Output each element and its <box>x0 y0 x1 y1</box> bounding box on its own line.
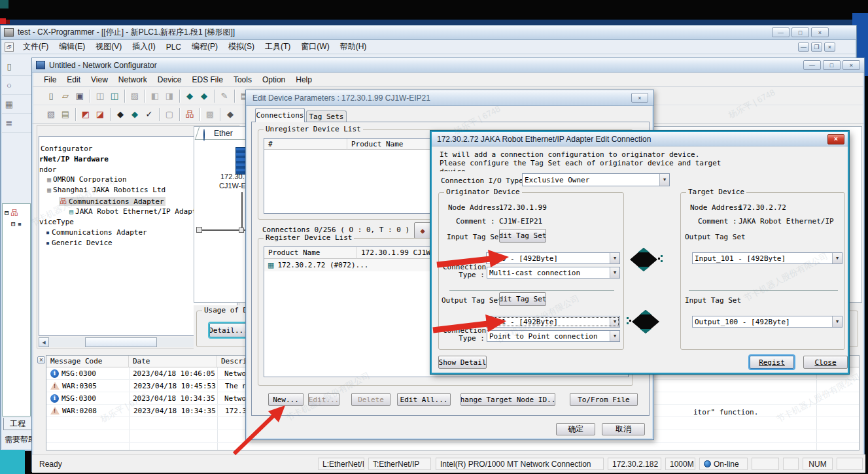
import-file-icon[interactable]: ◩ <box>78 107 93 122</box>
net-upload-icon[interactable]: ◆ <box>113 107 128 122</box>
chevron-down-icon[interactable]: ▼ <box>610 331 619 341</box>
log-panel-close-icon[interactable]: × <box>37 356 45 364</box>
cx-menu-2[interactable]: 视图(V) <box>90 39 127 54</box>
nc-close-button[interactable]: × <box>842 60 860 70</box>
cx-mdi-close-button[interactable]: × <box>824 42 835 52</box>
net-download-icon[interactable]: ◆ <box>128 107 142 122</box>
chevron-down-icon[interactable]: ▼ <box>659 174 669 186</box>
connection-io-type-select[interactable]: Exclusive Owner▼ <box>522 173 670 186</box>
chevron-down-icon[interactable]: ▼ <box>832 316 842 327</box>
nc-minimize-button[interactable]: — <box>803 60 821 70</box>
tab-tag-sets[interactable]: Tag Sets <box>306 110 347 122</box>
chevron-down-icon[interactable]: ▼ <box>610 267 619 278</box>
tree-item-4[interactable]: ▦Shanghai JAKA Robotics Ltd <box>47 186 165 194</box>
regist-button[interactable]: Regist <box>750 356 794 369</box>
edit-all-button[interactable]: Edit All... <box>397 393 451 406</box>
edit-tool-icon[interactable]: ✎ <box>217 89 232 103</box>
cx-menu-6[interactable]: 模拟(S) <box>223 39 260 54</box>
log-col-date[interactable]: Date <box>129 356 217 367</box>
verify-check-icon[interactable]: ✓ <box>142 107 156 122</box>
ok-button[interactable]: 确定 <box>556 423 595 435</box>
change-target-node-id-button[interactable]: Change Target Node ID... <box>460 393 555 406</box>
tree-item-3[interactable]: ▦OMRON Corporation <box>47 175 127 184</box>
cx-menu-3[interactable]: 插入(I) <box>127 39 160 54</box>
log-col-message-code[interactable]: Message Code <box>46 356 129 367</box>
cx-project-tab[interactable]: 工程 <box>3 418 32 430</box>
cx-project-tree-panel[interactable]: ⊟品 ⊟▪ <box>2 203 31 416</box>
tab-connections[interactable]: Connections <box>255 108 305 122</box>
plc-device-icon[interactable] <box>235 147 246 175</box>
save-file-icon[interactable]: ▣ <box>73 89 87 103</box>
tree-item-9[interactable]: ▪Generic Device <box>46 239 113 247</box>
network-upload-icon[interactable]: ◆ <box>182 89 197 103</box>
nc-menu-file[interactable]: File <box>39 73 61 86</box>
cx-maximize-button[interactable]: □ <box>791 27 809 37</box>
detail-button[interactable]: Detail... <box>209 323 247 337</box>
jaka-close-button[interactable]: × <box>827 134 844 144</box>
node-config-icon[interactable]: 品 <box>182 107 197 122</box>
reg-col-product-name[interactable]: Product Name <box>264 247 357 259</box>
orig-output-tag-set-select[interactable]: 0001 - [492Byte]▼ <box>486 316 620 328</box>
upload-to-device-icon[interactable]: ◫ <box>93 89 107 103</box>
cx-menu-1[interactable]: 编辑(E) <box>54 39 90 54</box>
edit-input-tag-sets-button[interactable]: Edit Tag Sets <box>499 229 546 243</box>
tree-item-0[interactable]: Configurator <box>41 144 92 153</box>
notepad-icon[interactable]: ▤ <box>58 107 73 122</box>
nc-menu-tools[interactable]: Tools <box>228 73 257 86</box>
orig-input-tag-set-select[interactable]: 0000 - [492Byte]▼ <box>486 252 620 264</box>
device-wizard-icon[interactable]: ▨ <box>128 89 142 103</box>
tree-item-1[interactable]: rNet/IP Hardware <box>39 155 109 163</box>
nc-menu-help[interactable]: Help <box>290 73 317 86</box>
cx-close-button[interactable]: × <box>811 27 829 37</box>
new-document-icon[interactable]: ▯ <box>2 59 16 73</box>
jaka-titlebar[interactable]: 172.30.2.72 JAKA Robot Ethernet/IP Adapt… <box>432 132 848 146</box>
indent-icon[interactable]: ≣ <box>2 116 16 130</box>
search-icon[interactable]: ○ <box>2 78 16 92</box>
cx-menu-8[interactable]: 窗口(W) <box>296 39 334 54</box>
cx-minimize-button[interactable]: — <box>772 27 790 37</box>
cx-titlebar[interactable]: test - CX-Programmer - [[停止] - 新PLC1.新程序… <box>1 25 856 40</box>
cx-menu-0[interactable]: 文件(F) <box>18 39 54 54</box>
target-output-tag-set-select[interactable]: Input_101 - [492Byte]▼ <box>692 252 842 264</box>
chevron-down-icon[interactable]: ▼ <box>610 316 619 327</box>
open-file-icon[interactable]: ▱ <box>58 89 73 103</box>
unreg-col-number[interactable]: # <box>264 139 347 150</box>
chevron-down-icon[interactable]: ▼ <box>832 253 842 263</box>
nc-titlebar[interactable]: Untitled - Network Configurator — □ × <box>32 58 864 73</box>
device-disconnect-icon[interactable]: ◫ <box>107 89 122 103</box>
nc-menu-eds-file[interactable]: EDS File <box>187 73 228 86</box>
export-file-icon[interactable]: ◪ <box>93 107 107 122</box>
show-detail-button[interactable]: Show Detail <box>438 356 487 369</box>
new-button[interactable]: New... <box>268 393 304 406</box>
tree-item-6[interactable]: ▤JAKA Robot Ethernet/IP Adapter <box>69 207 205 216</box>
status-resize-grip[interactable] <box>837 458 863 470</box>
new-file-icon[interactable]: ▯ <box>44 89 58 103</box>
nc-menu-network[interactable]: Network <box>113 73 152 86</box>
close-button-jaka[interactable]: Close <box>803 356 848 369</box>
to-from-file-button[interactable]: To/From File <box>570 393 638 406</box>
cx-menu-4[interactable]: PLC <box>161 41 186 54</box>
cx-tree-node[interactable]: ⊟▪ <box>11 220 22 228</box>
network-delete-icon[interactable]: ◨ <box>162 89 177 103</box>
nc-menu-device[interactable]: Device <box>152 73 187 86</box>
cx-menu-5[interactable]: 编程(P) <box>186 39 223 54</box>
chevron-down-icon[interactable]: ▼ <box>610 253 619 263</box>
tree-item-2[interactable]: ndor <box>39 165 57 174</box>
panel-icon[interactable]: ▩ <box>203 107 217 122</box>
net-search-icon[interactable]: ◆ <box>223 107 237 122</box>
nc-menu-edit[interactable]: Edit <box>61 73 86 86</box>
network-add-icon[interactable]: ◧ <box>148 89 162 103</box>
tree-hscroll-thumb[interactable] <box>85 337 157 347</box>
target-input-tag-set-select[interactable]: Output_100 - [492Byte]▼ <box>692 316 842 328</box>
cx-tree-root[interactable]: ⊟品 <box>5 208 18 218</box>
cx-menu-7[interactable]: 工具(T) <box>260 39 296 54</box>
connection-tool-button[interactable]: ◆ <box>414 222 431 239</box>
tree-item-8[interactable]: ▪Communications Adapter <box>46 228 147 237</box>
nc-menu-option[interactable]: Option <box>257 73 290 86</box>
cx-menu-9[interactable]: 帮助(H) <box>335 39 372 54</box>
monitor-icon[interactable]: ▢ <box>162 107 177 122</box>
network-download-icon[interactable]: ◆ <box>197 89 211 103</box>
nc-maximize-button[interactable]: □ <box>823 60 841 70</box>
cx-mdi-restore-button[interactable]: ❐ <box>811 42 822 52</box>
setup-wizard-icon[interactable]: ▧ <box>44 107 58 122</box>
